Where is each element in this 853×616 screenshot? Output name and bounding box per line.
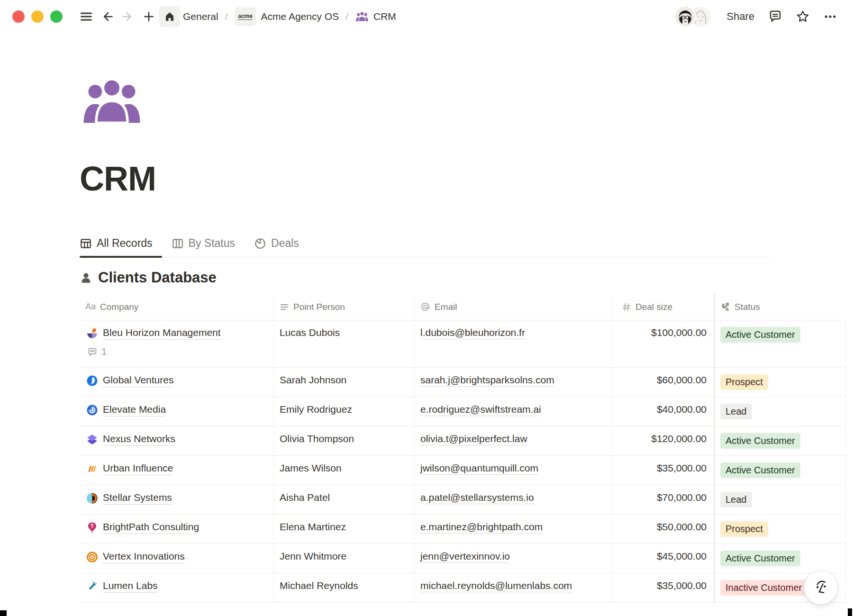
share-button[interactable]: Share bbox=[723, 9, 758, 25]
favorite-button[interactable] bbox=[792, 6, 813, 27]
status-cell[interactable]: Lead bbox=[715, 485, 846, 514]
deal-size-cell[interactable]: $120,000.00 bbox=[613, 426, 715, 455]
table-row: Urban Influence James Wilson jwilson@qua… bbox=[80, 456, 846, 485]
email-cell[interactable]: l.dubois@bleuhorizon.fr bbox=[415, 320, 613, 367]
point-person-cell[interactable]: Sarah Johnson bbox=[274, 368, 415, 397]
status-badge: Prospect bbox=[720, 521, 768, 537]
status-cell[interactable]: Prospect bbox=[715, 368, 846, 397]
email-cell[interactable]: jwilson@quantumquill.com bbox=[415, 456, 613, 485]
forward-button[interactable] bbox=[118, 6, 138, 27]
company-cell[interactable]: Lumen Labs bbox=[80, 573, 274, 602]
deal-size-cell[interactable]: $100,000.00 bbox=[613, 320, 715, 367]
company-name-link[interactable]: Lumen Labs bbox=[103, 580, 158, 593]
new-page-button[interactable] bbox=[138, 6, 159, 27]
more-options-button[interactable] bbox=[820, 6, 841, 27]
zoom-window-button[interactable] bbox=[50, 10, 63, 23]
email-cell[interactable]: e.rodriguez@swiftstream.ai bbox=[415, 397, 613, 426]
comment-count-icon bbox=[87, 347, 98, 357]
company-name-link[interactable]: BrightPath Consulting bbox=[103, 521, 199, 534]
tab-deals[interactable]: Deals bbox=[254, 237, 309, 257]
company-logo-icon bbox=[86, 434, 98, 445]
status-cell[interactable]: Lead bbox=[715, 397, 846, 426]
column-header-company[interactable]: Aa Company bbox=[80, 294, 274, 320]
company-cell[interactable]: Bleu Horizon Management 1 bbox=[80, 320, 274, 367]
deal-size-cell[interactable]: $50,000.00 bbox=[613, 515, 715, 544]
notion-ai-button[interactable] bbox=[804, 571, 838, 605]
person-icon bbox=[80, 272, 92, 284]
workspace-logo[interactable]: acme bbox=[235, 7, 256, 26]
company-cell[interactable]: Vertex Innovations bbox=[80, 544, 274, 573]
collaborator-avatars[interactable] bbox=[674, 6, 711, 27]
point-person-cell[interactable]: Jenn Whitmore bbox=[274, 544, 415, 573]
column-header-point-person[interactable]: Point Person bbox=[274, 294, 415, 320]
company-cell[interactable]: Nexus Networks bbox=[80, 426, 274, 455]
email-cell[interactable]: olivia.t@pixelperfect.law bbox=[415, 426, 613, 455]
email-cell[interactable]: michael.reynolds@lumenlabs.com bbox=[415, 573, 613, 602]
status-badge: Prospect bbox=[720, 374, 768, 390]
at-icon bbox=[420, 302, 430, 312]
point-person-cell[interactable]: Olivia Thompson bbox=[274, 426, 415, 455]
point-person-cell[interactable]: Aisha Patel bbox=[274, 485, 415, 514]
tab-all-records[interactable]: All Records bbox=[80, 237, 162, 257]
status-cell[interactable]: Active Customer bbox=[715, 426, 846, 455]
status-cell[interactable]: Active Customer bbox=[715, 456, 846, 485]
breadcrumb-page[interactable]: CRM bbox=[355, 11, 396, 22]
deal-size-cell[interactable]: $35,000.00 bbox=[613, 456, 715, 485]
email-cell[interactable]: a.patel@stellarsystems.io bbox=[415, 485, 613, 514]
email-cell[interactable]: jenn@vertexinnov.io bbox=[415, 544, 613, 573]
board-view-icon bbox=[172, 237, 184, 250]
deal-size-cell[interactable]: $35,000.00 bbox=[613, 573, 715, 602]
company-cell[interactable]: Urban Influence bbox=[80, 456, 274, 485]
sidebar-toggle-button[interactable] bbox=[76, 6, 97, 27]
deal-size-cell[interactable]: $70,000.00 bbox=[613, 485, 715, 514]
status-cell[interactable]: Active Customer bbox=[715, 544, 846, 573]
company-name-link[interactable]: Nexus Networks bbox=[103, 433, 175, 446]
view-tabs: All Records By Status Deals bbox=[80, 237, 771, 257]
deal-size-cell[interactable]: $60,000.00 bbox=[613, 368, 715, 397]
point-person-cell[interactable]: Elena Martinez bbox=[274, 515, 415, 544]
close-window-button[interactable] bbox=[12, 10, 25, 23]
ai-face-icon bbox=[810, 577, 832, 598]
text-lines-icon bbox=[280, 302, 289, 312]
company-cell[interactable]: Stellar Systems bbox=[80, 485, 274, 514]
database-title: Clients Database bbox=[80, 269, 846, 286]
company-cell[interactable]: T BrightPath Consulting bbox=[80, 515, 274, 544]
column-header-email[interactable]: Email bbox=[415, 294, 613, 320]
comment-indicator[interactable]: 1 bbox=[87, 346, 268, 357]
status-cell[interactable]: Active Customer bbox=[715, 320, 846, 367]
point-person-cell[interactable]: Michael Reynolds bbox=[274, 573, 415, 602]
company-logo-icon bbox=[86, 580, 98, 592]
tab-by-status[interactable]: By Status bbox=[172, 237, 245, 257]
status-badge: Inactive Customer bbox=[720, 580, 807, 596]
company-name-link[interactable]: Elevate Media bbox=[103, 404, 166, 417]
back-button[interactable] bbox=[97, 6, 118, 27]
minimize-window-button[interactable] bbox=[31, 10, 44, 23]
company-cell[interactable]: Elevate Media bbox=[80, 397, 274, 426]
deal-size-cell[interactable]: $40,000.00 bbox=[613, 397, 715, 426]
column-header-status[interactable]: Status bbox=[715, 294, 846, 320]
company-name-link[interactable]: Global Ventures bbox=[103, 374, 173, 387]
company-name-link[interactable]: Vertex Innovations bbox=[103, 551, 185, 563]
point-person-cell[interactable]: Emily Rodriguez bbox=[274, 397, 415, 426]
breadcrumb-separator: / bbox=[225, 11, 228, 22]
email-cell[interactable]: e.martinez@brightpath.com bbox=[415, 515, 613, 544]
company-cell[interactable]: Global Ventures bbox=[80, 368, 274, 397]
text-type-icon: Aa bbox=[85, 302, 96, 312]
company-name-link[interactable]: Bleu Horizon Management bbox=[103, 327, 221, 340]
breadcrumb-general[interactable]: General bbox=[183, 11, 218, 22]
home-button[interactable] bbox=[159, 6, 180, 27]
status-cell[interactable]: Prospect bbox=[715, 515, 846, 544]
column-header-deal-size[interactable]: Deal size bbox=[613, 294, 715, 320]
point-person-cell[interactable]: Lucas Dubois bbox=[274, 320, 415, 367]
avatar bbox=[674, 6, 696, 27]
company-name-link[interactable]: Stellar Systems bbox=[103, 492, 172, 505]
page-icon-people[interactable] bbox=[81, 75, 143, 129]
breadcrumb-separator: / bbox=[345, 11, 348, 22]
company-name-link[interactable]: Urban Influence bbox=[103, 462, 173, 475]
star-icon bbox=[796, 9, 810, 24]
point-person-cell[interactable]: James Wilson bbox=[274, 456, 415, 485]
breadcrumb-workspace[interactable]: Acme Agency OS bbox=[261, 11, 339, 22]
comments-button[interactable] bbox=[765, 6, 786, 27]
email-cell[interactable]: sarah.j@brightsparksolns.com bbox=[415, 368, 613, 397]
deal-size-cell[interactable]: $45,000.00 bbox=[613, 544, 715, 573]
